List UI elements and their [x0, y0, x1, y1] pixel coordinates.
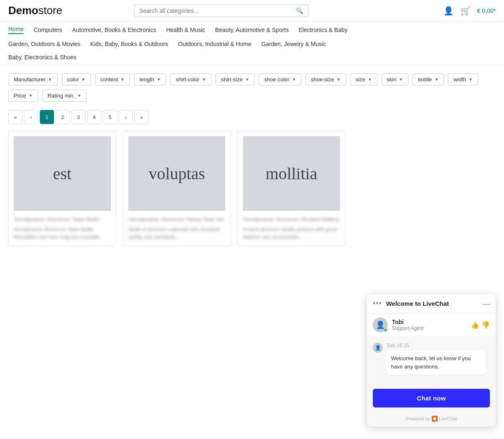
nav-item-garden-movies[interactable]: Garden, Outdoors & Movies [8, 41, 81, 47]
page-last[interactable]: » [135, 110, 149, 124]
page-3[interactable]: 3 [71, 110, 86, 124]
user-icon[interactable]: 👤 [443, 6, 454, 16]
chevron-icon: ▼ [435, 77, 439, 82]
page-2[interactable]: 2 [56, 110, 70, 124]
nav-item-auto-books-elec[interactable]: Automotive, Books & Electronics [72, 27, 156, 33]
filter-length[interactable]: length▼ [134, 73, 166, 85]
header-icons: 👤 🛒 € 0,00* [443, 6, 496, 16]
product-description: A warm premium quality product with grea… [243, 226, 340, 241]
nav-row-3: Baby, Electronics & Shoes [8, 51, 496, 65]
chevron-icon: ▼ [399, 77, 403, 82]
product-description: Made of premium materials with excellent… [128, 226, 225, 241]
nav-row-2: Garden, Outdoors & Movies Kids, Baby, Bo… [8, 37, 496, 51]
chevron-icon: ▼ [368, 77, 372, 82]
product-card: voluptas Aerodynamic Aluminum Heavy Duty… [123, 131, 231, 246]
filter-rating[interactable]: Rating min.▼ [42, 90, 87, 102]
nav-row-1: Home Computers Automotive, Books & Elect… [8, 22, 496, 37]
page-first[interactable]: « [8, 110, 22, 124]
main-nav: Home Computers Automotive, Books & Elect… [0, 22, 504, 65]
nav-item-computers[interactable]: Computers [34, 27, 62, 33]
nav-item-garden-jewelry[interactable]: Garden, Jewelry & Music [261, 41, 326, 47]
chevron-icon: ▼ [29, 93, 33, 98]
filter-shoe-size[interactable]: shoe-size▼ [306, 73, 346, 85]
nav-item-kids-outdoors[interactable]: Kids, Baby, Books & Outdoors [91, 41, 168, 47]
filter-content[interactable]: content▼ [95, 73, 130, 85]
chevron-icon: ▼ [81, 77, 86, 82]
product-card: est Aerodynamic Aluminum Taste Bottle Ae… [8, 131, 116, 246]
nav-item-elec-baby[interactable]: Electronics & Baby [298, 27, 347, 33]
chevron-icon: ▼ [245, 77, 249, 82]
filter-skin[interactable]: skin▼ [382, 73, 409, 85]
chevron-icon: ▼ [77, 93, 81, 98]
search-bar[interactable]: 🔍 [134, 5, 308, 17]
site-logo[interactable]: Demostore [8, 4, 62, 17]
search-input[interactable] [139, 7, 296, 14]
product-image: voluptas [128, 136, 225, 211]
filter-color[interactable]: color▼ [62, 73, 91, 85]
page-next[interactable]: › [119, 110, 133, 124]
filter-textile[interactable]: textile▼ [413, 73, 444, 85]
filter-shirt-color[interactable]: shirt-color▼ [170, 73, 211, 85]
cart-amount: € 0,00* [477, 7, 496, 14]
chevron-icon: ▼ [469, 77, 473, 82]
chevron-icon: ▼ [292, 77, 296, 82]
product-image: est [14, 136, 111, 211]
page-5[interactable]: 5 [103, 110, 117, 124]
filter-width[interactable]: width▼ [448, 73, 478, 85]
logo-bold: Demo [8, 4, 38, 17]
filter-shirt-size[interactable]: shirt-size▼ [215, 73, 254, 85]
site-header: Demostore 🔍 👤 🛒 € 0,00* [0, 0, 504, 22]
product-title: Aerodynamic Aluminum Taste Bottle [14, 216, 111, 223]
filters-section: Manufacturer▼ color▼ content▼ length▼ sh… [0, 65, 504, 106]
page-4[interactable]: 4 [87, 110, 101, 124]
search-icon[interactable]: 🔍 [296, 7, 303, 14]
product-title: Aerodynamic Aluminum Heavy Duty Set [128, 216, 225, 223]
nav-item-baby-shoes[interactable]: Baby, Electronics & Shoes [8, 54, 76, 61]
filter-price[interactable]: Price▼ [8, 90, 38, 102]
logo-regular: store [38, 4, 62, 17]
chevron-icon: ▼ [202, 77, 206, 82]
product-image: mollitia [243, 136, 340, 211]
cart-icon[interactable]: 🛒 [460, 6, 471, 16]
product-card: mollitia Aerodynamic Aluminum Mustard Ba… [237, 131, 345, 246]
nav-item-beauty-auto-sports[interactable]: Beauty, Automotive & Sports [215, 27, 289, 33]
chevron-icon: ▼ [337, 77, 341, 82]
chevron-icon: ▼ [120, 77, 125, 82]
page-prev[interactable]: ‹ [24, 110, 38, 124]
product-list: est Aerodynamic Aluminum Taste Bottle Ae… [0, 131, 504, 246]
chevron-icon: ▼ [157, 77, 161, 82]
product-description: Aerodynamic Aluminum Taste Bottle descri… [14, 226, 111, 241]
filter-manufacturer[interactable]: Manufacturer▼ [8, 73, 58, 85]
nav-item-outdoors-home[interactable]: Outdoors, Industrial & Home [178, 41, 252, 47]
nav-item-home[interactable]: Home [8, 26, 24, 34]
filter-size[interactable]: size▼ [350, 73, 377, 85]
pagination: « ‹ 1 2 3 4 5 › » [0, 106, 504, 131]
products-area: est Aerodynamic Aluminum Taste Bottle Ae… [0, 131, 504, 246]
page-1[interactable]: 1 [40, 110, 54, 124]
nav-item-health-music[interactable]: Health & Music [166, 27, 205, 33]
product-title: Aerodynamic Aluminum Mustard Battery [243, 216, 340, 223]
chevron-icon: ▼ [48, 77, 52, 82]
filter-shoe-color[interactable]: shoe-color▼ [259, 73, 301, 85]
